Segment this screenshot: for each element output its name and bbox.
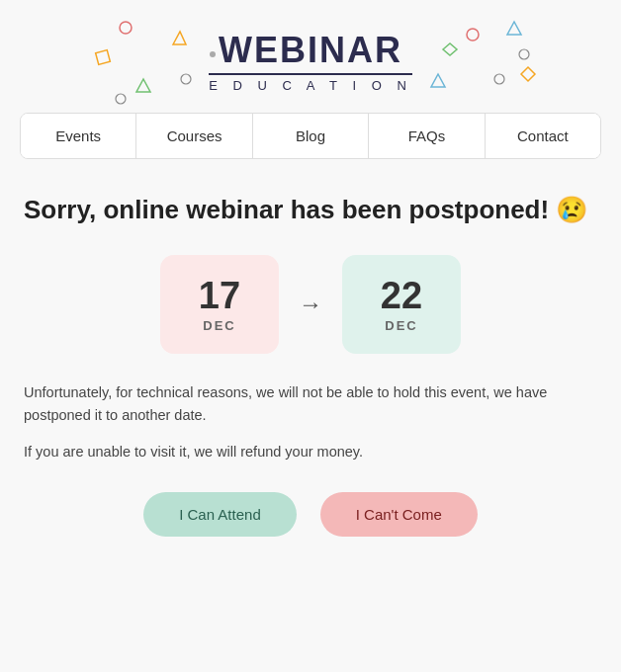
nav-events[interactable]: Events bbox=[21, 114, 136, 158]
svg-point-7 bbox=[467, 29, 479, 41]
logo-title: WEBINAR bbox=[209, 30, 412, 71]
old-date-number: 17 bbox=[199, 277, 240, 314]
headline-text: Sorry, online webinar has been postponed… bbox=[24, 195, 549, 224]
svg-point-2 bbox=[181, 74, 191, 84]
new-date-number: 22 bbox=[381, 277, 422, 314]
old-date-card: 17 DEC bbox=[160, 255, 279, 354]
old-date-month: DEC bbox=[203, 318, 235, 333]
headline: Sorry, online webinar has been postponed… bbox=[24, 193, 597, 227]
svg-marker-11 bbox=[507, 22, 521, 35]
action-buttons: I Can Attend I Can't Come bbox=[24, 492, 597, 537]
main-content: Sorry, online webinar has been postponed… bbox=[0, 183, 621, 566]
body-text-2: If you are unable to visit it, we will r… bbox=[24, 441, 597, 463]
nav-faqs[interactable]: FAQs bbox=[369, 114, 485, 158]
cant-come-button[interactable]: I Can't Come bbox=[320, 492, 478, 537]
svg-point-0 bbox=[120, 22, 132, 34]
arrow-icon: → bbox=[299, 291, 322, 318]
svg-marker-10 bbox=[431, 74, 445, 87]
body-text-1: Unfortunately, for technical reasons, we… bbox=[24, 381, 597, 427]
svg-point-1 bbox=[116, 94, 126, 104]
new-date-month: DEC bbox=[385, 318, 417, 333]
header: WEBINAR E D U C A T I O N bbox=[0, 0, 621, 113]
can-attend-button[interactable]: I Can Attend bbox=[143, 492, 297, 537]
nav-blog[interactable]: Blog bbox=[253, 114, 369, 158]
date-section: 17 DEC → 22 DEC bbox=[24, 255, 597, 354]
svg-rect-4 bbox=[96, 50, 111, 65]
svg-point-8 bbox=[519, 49, 529, 59]
nav-contact[interactable]: Contact bbox=[486, 114, 600, 158]
new-date-card: 22 DEC bbox=[342, 255, 461, 354]
svg-point-9 bbox=[494, 74, 504, 84]
svg-marker-12 bbox=[443, 43, 457, 55]
logo-subtitle: E D U C A T I O N bbox=[209, 73, 412, 93]
navigation: Events Courses Blog FAQs Contact bbox=[20, 113, 601, 159]
svg-marker-13 bbox=[521, 67, 535, 81]
svg-marker-5 bbox=[136, 79, 150, 92]
sad-emoji: 😢 bbox=[556, 195, 587, 224]
nav-courses[interactable]: Courses bbox=[136, 114, 252, 158]
svg-marker-6 bbox=[173, 32, 186, 44]
logo: WEBINAR E D U C A T I O N bbox=[209, 30, 412, 93]
